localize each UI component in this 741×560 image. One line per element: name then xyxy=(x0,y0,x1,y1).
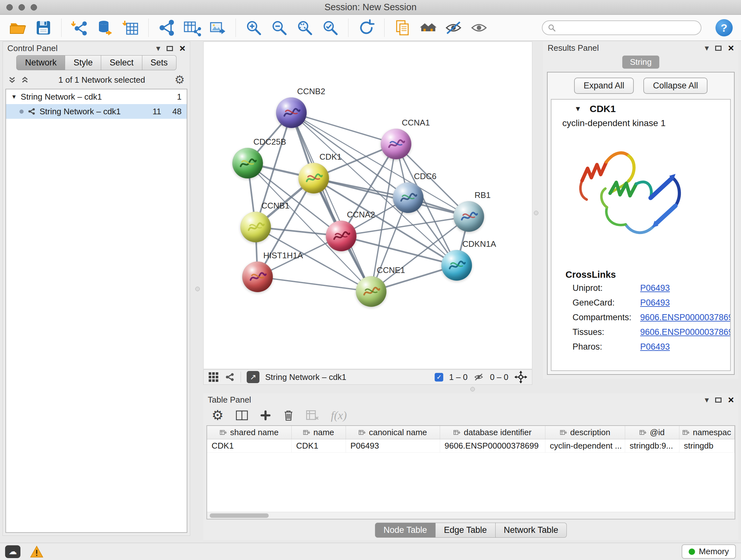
search-box[interactable] xyxy=(542,20,701,35)
import-table-button[interactable] xyxy=(121,18,140,38)
horizontal-splitter-handle[interactable] xyxy=(470,387,475,391)
copy-style-button[interactable] xyxy=(393,18,412,38)
close-panel-icon[interactable]: × xyxy=(179,43,185,53)
column-header[interactable]: canonical name xyxy=(346,426,440,439)
export-image-button[interactable] xyxy=(208,18,227,38)
zoom-fit-button[interactable] xyxy=(295,18,314,38)
add-column-icon[interactable] xyxy=(260,410,271,421)
maximize-window-button[interactable] xyxy=(30,4,37,10)
network-node-CCNE1[interactable] xyxy=(356,276,387,307)
import-network-database-button[interactable] xyxy=(95,18,115,38)
column-header[interactable]: database identifier xyxy=(440,426,545,439)
close-window-button[interactable] xyxy=(6,4,13,10)
grid-view-icon[interactable] xyxy=(208,372,219,382)
tab-style[interactable]: Style xyxy=(65,55,101,70)
vertical-splitter-handle[interactable] xyxy=(534,211,538,215)
tab-network-table[interactable]: Network Table xyxy=(495,523,567,538)
crosslink-link[interactable]: P06493 xyxy=(640,342,731,352)
float-panel-icon[interactable] xyxy=(166,44,173,52)
tab-network[interactable]: Network xyxy=(16,55,65,70)
network-node-CDC25B[interactable] xyxy=(232,148,263,179)
tree-expand-icon[interactable]: ▼ xyxy=(11,94,17,100)
new-network-button[interactable] xyxy=(157,18,176,38)
network-node-CCNB1[interactable] xyxy=(240,212,271,242)
network-node-CCNA2[interactable] xyxy=(326,221,356,251)
horizontal-scrollbar[interactable] xyxy=(207,512,735,519)
import-network-file-button[interactable] xyxy=(70,18,89,38)
network-node-RB1[interactable] xyxy=(454,201,484,232)
tab-node-table[interactable]: Node Table xyxy=(375,523,435,538)
collapse-protein-icon[interactable]: ▼ xyxy=(575,105,582,113)
tab-edge-table[interactable]: Edge Table xyxy=(435,523,495,538)
column-header[interactable]: description xyxy=(545,426,625,439)
float-panel-icon[interactable] xyxy=(715,44,722,52)
share-view-icon[interactable] xyxy=(225,372,235,382)
network-node-CDC6[interactable] xyxy=(393,182,423,213)
delete-column-trash-icon[interactable] xyxy=(283,409,294,422)
zoom-out-button[interactable] xyxy=(270,18,289,38)
fit-content-icon[interactable] xyxy=(514,370,528,384)
cloud-icon[interactable]: ☁ xyxy=(5,545,20,558)
network-canvas[interactable]: CCNB2CCNA1CDC25BCDK1CDC6RB1CCNB1CCNA2CDK… xyxy=(203,42,532,369)
zoom-selected-button[interactable] xyxy=(321,18,340,38)
table-cell[interactable]: stringdb:9... xyxy=(625,439,679,452)
crosslink-link[interactable]: P06493 xyxy=(640,283,731,293)
panel-menu-icon[interactable]: ▾ xyxy=(704,395,709,404)
help-button[interactable]: ? xyxy=(716,19,733,37)
close-panel-icon[interactable]: × xyxy=(728,395,734,405)
panel-menu-icon[interactable]: ▾ xyxy=(704,44,709,52)
column-header[interactable]: name xyxy=(292,426,346,439)
tab-sets[interactable]: Sets xyxy=(142,55,177,70)
search-input[interactable] xyxy=(560,23,696,33)
expand-all-button[interactable]: Expand All xyxy=(574,78,634,94)
network-tree-root[interactable]: ▼ String Network – cdk1 1 xyxy=(6,89,187,104)
network-node-CCNA1[interactable] xyxy=(381,129,411,159)
show-columns-icon[interactable] xyxy=(236,410,248,421)
collapse-all-icon[interactable] xyxy=(8,76,16,84)
network-node-CDKN1A[interactable] xyxy=(441,250,472,281)
table-cell[interactable]: P06493 xyxy=(346,439,440,452)
table-settings-gear-icon[interactable]: ⚙ xyxy=(212,409,224,422)
hide-graphics-button[interactable] xyxy=(444,18,463,38)
gear-icon[interactable]: ⚙ xyxy=(175,74,185,85)
float-panel-icon[interactable] xyxy=(715,395,722,404)
table-cell[interactable]: 9606.ENSP00000378699 xyxy=(440,439,545,452)
crosslink-label: Tissues: xyxy=(572,327,640,337)
network-node-CDK1[interactable] xyxy=(298,163,329,193)
panel-menu-icon[interactable]: ▾ xyxy=(156,44,160,52)
tab-select[interactable]: Select xyxy=(101,55,142,70)
crosslink-link[interactable]: 9606.ENSP00000378699 xyxy=(640,313,731,322)
show-graphics-button[interactable] xyxy=(469,18,488,38)
tab-string[interactable]: String xyxy=(622,56,659,69)
memory-button[interactable]: Memory xyxy=(682,544,736,559)
save-session-button[interactable] xyxy=(34,18,53,38)
network-tree-item[interactable]: String Network – cdk1 11 48 xyxy=(6,104,187,119)
close-panel-icon[interactable]: × xyxy=(728,43,734,53)
warning-icon[interactable] xyxy=(30,546,44,558)
open-session-button[interactable] xyxy=(8,18,27,38)
crosslink-link[interactable]: 9606.ENSP00000378699 xyxy=(640,327,731,337)
refresh-button[interactable] xyxy=(357,18,376,38)
zoom-in-button[interactable] xyxy=(244,18,263,38)
open-in-new-icon[interactable]: ↗ xyxy=(247,371,259,383)
zoom-in-icon xyxy=(245,19,263,37)
collapse-all-button[interactable]: Collapse All xyxy=(643,78,708,94)
network-node-CCNB2[interactable] xyxy=(276,98,307,128)
table-cell[interactable]: CDK1 xyxy=(292,439,346,452)
selected-checkbox-icon[interactable]: ✓ xyxy=(434,373,443,381)
crosslink-link[interactable]: P06493 xyxy=(640,298,731,308)
vertical-splitter-handle[interactable] xyxy=(195,287,200,291)
table-cell[interactable]: cyclin-dependent ... xyxy=(545,439,625,452)
scrollbar-thumb[interactable] xyxy=(210,513,269,518)
table-toolbar: ⚙ f(x) xyxy=(203,406,738,425)
table-cell[interactable]: CDK1 xyxy=(207,439,292,452)
column-header[interactable]: shared name xyxy=(207,426,292,439)
table-cell[interactable]: stringdb xyxy=(679,439,735,452)
network-node-HIST1H1A[interactable] xyxy=(242,261,273,292)
column-header[interactable]: @id xyxy=(625,426,679,439)
minimize-window-button[interactable] xyxy=(18,4,25,10)
home-view-button[interactable] xyxy=(418,18,437,38)
new-network-table-button[interactable] xyxy=(183,18,202,38)
column-header[interactable]: namespac xyxy=(679,426,735,439)
expand-all-icon[interactable] xyxy=(21,76,29,84)
